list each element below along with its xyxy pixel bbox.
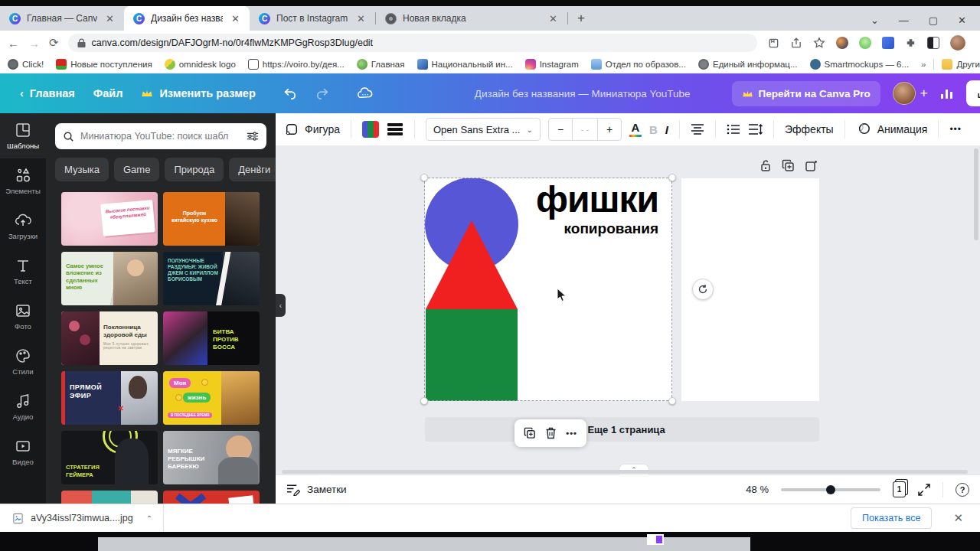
tab-new-tab[interactable]: Новая вкладка ✕	[376, 6, 567, 31]
design-page-1[interactable]: фишки копирования	[425, 178, 672, 401]
bold-button[interactable]: B	[649, 123, 658, 136]
back-icon[interactable]: ←	[8, 37, 19, 50]
bookmarks-overflow-icon[interactable]: »	[921, 60, 926, 69]
template-thumbnail[interactable]: Стратегия геймера	[61, 431, 158, 484]
text-color-button[interactable]: A	[629, 122, 642, 137]
template-thumbnail[interactable]: Самое умное вложение из сделанных мною	[61, 252, 158, 305]
resize-button[interactable]: Изменить размер	[132, 81, 264, 106]
tab-instagram-post[interactable]: C Пост в Instagram — Пост в Insta ✕	[250, 6, 375, 31]
add-page-strip[interactable]: + Еще 1 страница	[425, 417, 819, 442]
sidebar-item-uploads[interactable]: Загрузки	[0, 204, 46, 249]
bookmark-item[interactable]: Instagram	[525, 59, 579, 70]
selection-handle[interactable]	[668, 397, 676, 405]
reload-icon[interactable]: ⟳	[49, 36, 59, 50]
back-home-button[interactable]: ‹Главная	[11, 81, 84, 106]
font-size-decrease[interactable]: −	[549, 119, 572, 140]
browser-profile-avatar[interactable]	[950, 35, 965, 51]
bookmark-item[interactable]: Новые поступления	[56, 59, 152, 70]
bookmark-item[interactable]: omnidesk logo	[165, 59, 236, 70]
sidebar-item-elements[interactable]: Элементы	[0, 158, 46, 204]
chip-nature[interactable]: Природа	[165, 158, 224, 181]
share-page-icon[interactable]	[790, 37, 802, 49]
tab-canva-home[interactable]: C Главная — Canva ✕	[0, 6, 124, 31]
trash-icon[interactable]	[545, 427, 557, 439]
other-bookmarks[interactable]: Другие закладки	[942, 59, 980, 70]
notes-button[interactable]: Заметки	[286, 484, 347, 496]
sidebar-item-video[interactable]: Видео	[0, 429, 46, 474]
bookmark-item[interactable]: https://voiro.by/дея...	[248, 59, 345, 70]
tab-close-icon[interactable]: ✕	[354, 12, 368, 25]
tab-search-chevron-icon[interactable]: ⌄	[871, 15, 879, 26]
chip-money[interactable]: Деньги	[229, 158, 276, 181]
duplicate-icon[interactable]	[524, 427, 536, 439]
canvas-workspace[interactable]: ‹ фишки копирования	[276, 145, 980, 474]
bookmark-item[interactable]: Национальный ин...	[417, 59, 513, 70]
tab-close-icon[interactable]: ✕	[547, 12, 560, 25]
sidebar-item-templates[interactable]: Шаблоны	[0, 113, 46, 158]
browser-menu-icon[interactable]: ⋮	[976, 36, 980, 51]
chip-music[interactable]: Музыка	[55, 158, 109, 181]
extension-icon[interactable]	[882, 37, 894, 49]
selection-handle[interactable]	[420, 397, 428, 405]
bookmark-item[interactable]: Отдел по образов...	[591, 59, 686, 70]
template-thumbnail[interactable]: Мояжизньв последнее время	[163, 371, 260, 425]
add-member-button[interactable]: +	[920, 86, 928, 101]
more-page-options-icon[interactable]: •••	[566, 429, 577, 438]
more-options-button[interactable]: •••	[949, 124, 962, 135]
user-avatar[interactable]	[893, 82, 916, 105]
bookmark-item[interactable]: Smartmockups — 6...	[810, 59, 910, 70]
fullscreen-icon[interactable]	[918, 484, 930, 496]
close-shelf-icon[interactable]: ✕	[953, 511, 963, 525]
sidebar-item-text[interactable]: Текст	[0, 249, 46, 294]
zoom-slider[interactable]	[781, 488, 880, 491]
extensions-puzzle-icon[interactable]	[905, 37, 916, 49]
design-subtitle-text[interactable]: копирования	[490, 220, 658, 237]
selection-handle[interactable]	[668, 174, 676, 181]
shape-button[interactable]: Фигура	[285, 122, 340, 136]
new-tab-button[interactable]: +	[577, 11, 585, 26]
tab-close-icon[interactable]: ✕	[229, 12, 242, 25]
tab-close-icon[interactable]: ✕	[103, 12, 116, 25]
sidebar-item-photos[interactable]: Фото	[0, 294, 46, 339]
extension-icon[interactable]	[859, 37, 871, 49]
zoom-slider-knob[interactable]	[826, 485, 835, 494]
filter-icon[interactable]	[247, 131, 259, 142]
font-size-increase[interactable]: +	[598, 119, 621, 140]
sidebar-item-audio[interactable]: Аудио	[0, 384, 46, 429]
rectangle-shape[interactable]	[426, 309, 518, 401]
maximize-icon[interactable]: ▢	[929, 15, 938, 26]
design-title[interactable]: Дизайн без названия — Миниатюра YouTube	[475, 88, 691, 99]
template-thumbnail[interactable]: Битва против босса	[163, 311, 260, 365]
bookmark-item[interactable]: Click!	[8, 59, 44, 70]
file-menu-button[interactable]: Файл	[84, 81, 132, 106]
bookmark-item[interactable]: Главная	[357, 59, 405, 70]
template-thumbnail[interactable]: Мягкие ребрышки барбекю	[163, 431, 260, 484]
undo-button[interactable]	[274, 81, 306, 106]
reading-mode-icon[interactable]	[927, 37, 939, 49]
page-indicator[interactable]: 1	[893, 481, 906, 497]
download-item[interactable]: aVy34issl73imwua....jpg ⌃	[12, 513, 152, 524]
template-thumbnail[interactable]: Полуночные раздумья: живой джем с Кирилл…	[163, 252, 260, 305]
chip-game[interactable]: Game	[114, 158, 159, 181]
italic-button[interactable]: I	[665, 123, 668, 136]
font-family-select[interactable]: Open Sans Extra ... ⌄	[426, 118, 541, 141]
help-button[interactable]: ?	[956, 483, 969, 497]
template-thumbnail[interactable]: Пробуем китайскую кухню	[163, 192, 260, 246]
minimize-icon[interactable]: —	[899, 15, 909, 26]
chevron-up-icon[interactable]: ⌃	[146, 514, 152, 523]
list-button[interactable]	[727, 123, 740, 135]
chips-scroll-right-icon[interactable]: ›	[257, 161, 261, 174]
panel-collapse-button[interactable]: ‹	[276, 294, 286, 317]
url-input[interactable]: canva.com/design/DAFJOgrM-no/0r4flwMzKMP…	[68, 34, 757, 52]
forward-icon[interactable]: →	[28, 37, 40, 50]
close-window-icon[interactable]: ✕	[958, 15, 966, 26]
rotate-handle[interactable]	[692, 279, 714, 300]
insights-button[interactable]	[940, 87, 954, 99]
save-icon[interactable]	[768, 37, 779, 49]
share-button[interactable]: Поделиться	[966, 80, 980, 106]
effects-button[interactable]: Эффекты	[785, 123, 834, 135]
stroke-style-button[interactable]	[387, 121, 403, 138]
show-all-downloads-button[interactable]: Показать все	[851, 507, 932, 529]
bookmark-item[interactable]: Единый информац...	[698, 59, 798, 70]
template-thumbnail[interactable]: ✕Прямой эфир	[61, 371, 158, 425]
